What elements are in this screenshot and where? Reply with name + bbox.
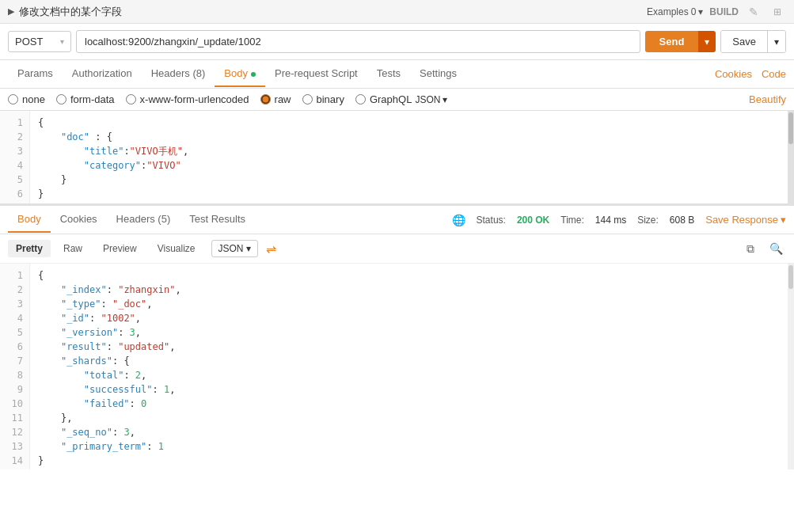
url-bar: POST ▾ Send ▾ Save ▾ <box>0 24 794 60</box>
page-title: ▶ 修改文档中的某个字段 <box>8 5 122 19</box>
radio-graphql-input[interactable] <box>355 94 366 104</box>
tab-tests[interactable]: Tests <box>367 61 410 87</box>
copy-icon[interactable]: ⧉ <box>740 238 761 259</box>
chevron-down-icon: ▾ <box>698 6 703 17</box>
radio-none-input[interactable] <box>8 94 18 104</box>
resp-format-dropdown[interactable]: JSON ▾ <box>211 240 258 257</box>
status-label: Status: <box>477 215 506 226</box>
build-button[interactable]: BUILD <box>709 6 739 17</box>
radio-none-label: none <box>22 93 45 105</box>
tab-settings[interactable]: Settings <box>410 61 466 87</box>
resp-view-raw[interactable]: Raw <box>55 240 90 257</box>
request-scrollbar-thumb <box>788 112 793 144</box>
size-value: 608 B <box>670 215 694 226</box>
radio-raw-input[interactable] <box>260 94 271 104</box>
resp-view-visualize[interactable]: Visualize <box>150 240 203 257</box>
resp-view-preview[interactable]: Preview <box>95 240 145 257</box>
save-dropdown-button[interactable]: ▾ <box>767 31 785 52</box>
status-value: 200 OK <box>517 215 549 226</box>
radio-binary-label: binary <box>317 93 344 105</box>
size-label: Size: <box>637 215 659 226</box>
resp-format-label: JSON <box>218 243 244 254</box>
search-icon[interactable]: 🔍 <box>766 238 786 259</box>
radio-form-data-label: form-data <box>70 93 115 105</box>
response-section: Body Cookies Headers (5) Test Results 🌐 … <box>0 206 794 469</box>
body-type-bar: none form-data x-www-form-urlencoded raw… <box>0 89 794 111</box>
wrap-icon[interactable]: ⇌ <box>263 240 280 257</box>
edit-icon[interactable]: ✎ <box>745 3 762 21</box>
resp-format-chevron-icon: ▾ <box>246 243 251 254</box>
tab-pre-request[interactable]: Pre-request Script <box>265 61 367 87</box>
globe-icon: 🌐 <box>452 214 465 226</box>
code-link[interactable]: Code <box>762 68 786 80</box>
top-bar-right: Examples 0 ▾ BUILD ✎ ⊞ <box>647 3 786 21</box>
beautify-button[interactable]: Beautify <box>749 93 786 105</box>
method-chevron-icon: ▾ <box>60 37 64 46</box>
radio-form-data[interactable]: form-data <box>56 93 115 105</box>
method-select[interactable]: POST ▾ <box>8 31 71 52</box>
request-line-numbers: 1 2 3 4 5 6 <box>0 111 30 203</box>
radio-raw-label: raw <box>275 93 291 105</box>
tab-body[interactable]: Body <box>215 61 265 87</box>
save-response-label: Save Response <box>705 214 778 226</box>
response-scrollbar-thumb <box>788 265 793 289</box>
json-format-label: JSON <box>415 94 440 105</box>
radio-binary[interactable]: binary <box>302 93 344 105</box>
radio-none[interactable]: none <box>8 93 45 105</box>
json-chevron-icon: ▾ <box>443 94 447 105</box>
resp-tab-headers[interactable]: Headers (5) <box>107 207 180 233</box>
examples-button[interactable]: Examples 0 ▾ <box>647 6 703 17</box>
resp-tab-test-results[interactable]: Test Results <box>180 207 255 233</box>
radio-raw[interactable]: raw <box>260 93 291 105</box>
tab-right-links: Cookies Code <box>715 68 786 80</box>
expand-icon[interactable]: ⊞ <box>769 3 786 21</box>
request-code-editor[interactable]: { "doc" : { "title":"VIVO手机", "category"… <box>30 111 788 203</box>
time-value: 144 ms <box>595 215 626 226</box>
save-button-group: Save ▾ <box>720 30 786 53</box>
send-dropdown-button[interactable]: ▾ <box>698 31 716 52</box>
radio-form-data-input[interactable] <box>56 94 66 104</box>
json-format-dropdown[interactable]: JSON ▾ <box>415 94 447 105</box>
radio-urlencoded-label: x-www-form-urlencoded <box>140 93 249 105</box>
radio-urlencoded-input[interactable] <box>126 94 136 104</box>
resp-icon-buttons: ⧉ 🔍 <box>740 238 786 259</box>
radio-graphql-label: GraphQL <box>370 93 412 105</box>
save-button[interactable]: Save <box>721 31 767 52</box>
radio-graphql[interactable]: GraphQL <box>355 93 412 105</box>
radio-urlencoded[interactable]: x-www-form-urlencoded <box>126 93 249 105</box>
response-tabs-bar: Body Cookies Headers (5) Test Results 🌐 … <box>0 206 794 234</box>
request-scrollbar[interactable] <box>788 111 794 203</box>
radio-binary-input[interactable] <box>302 94 313 104</box>
response-code-area: 1 2 3 4 5 6 7 8 9 10 11 12 13 14 { "_ind… <box>0 264 794 469</box>
response-body-bar: Pretty Raw Preview Visualize JSON ▾ ⇌ ⧉ … <box>0 234 794 264</box>
save-response-button[interactable]: Save Response ▾ <box>705 214 786 226</box>
top-bar: ▶ 修改文档中的某个字段 Examples 0 ▾ BUILD ✎ ⊞ <box>0 0 794 24</box>
play-icon: ▶ <box>8 6 14 17</box>
send-button[interactable]: Send <box>645 31 699 52</box>
response-scrollbar[interactable] <box>788 264 794 469</box>
response-line-numbers: 1 2 3 4 5 6 7 8 9 10 11 12 13 14 <box>0 264 30 469</box>
resp-tab-cookies[interactable]: Cookies <box>51 207 107 233</box>
url-input[interactable] <box>76 30 640 53</box>
tab-headers[interactable]: Headers (8) <box>142 61 215 87</box>
time-label: Time: <box>560 215 584 226</box>
request-code-area: 1 2 3 4 5 6 { "doc" : { "title":"VIVO手机"… <box>0 111 794 206</box>
tab-authorization[interactable]: Authorization <box>63 61 142 87</box>
resp-view-pretty[interactable]: Pretty <box>8 240 51 257</box>
request-tabs: Params Authorization Headers (8) Body Pr… <box>0 60 794 89</box>
cookies-link[interactable]: Cookies <box>715 68 752 80</box>
response-status-area: 🌐 Status: 200 OK Time: 144 ms Size: 608 … <box>452 214 786 226</box>
resp-tab-body[interactable]: Body <box>8 207 51 233</box>
send-button-group: Send ▾ <box>645 31 716 52</box>
tab-params[interactable]: Params <box>8 61 63 87</box>
save-response-chevron-icon: ▾ <box>781 214 786 226</box>
response-code-viewer: { "_index": "zhangxin", "_type": "_doc",… <box>30 264 794 469</box>
